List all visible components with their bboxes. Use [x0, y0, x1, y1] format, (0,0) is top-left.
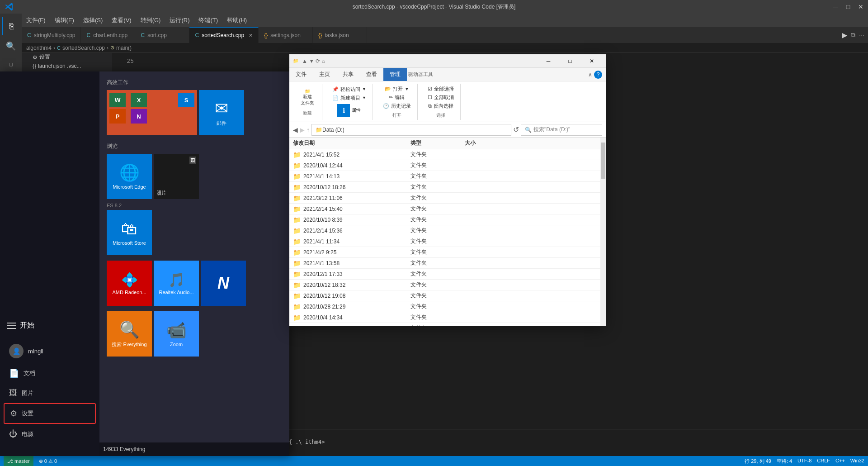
table-row[interactable]: 📁 2020/10/12 19:08 文件夹 — [289, 290, 600, 301]
breadcrumb-part-2[interactable]: C sortedSearch.cpp — [57, 45, 105, 51]
table-row[interactable]: 📁 2021/4/2 9:25 文件夹 — [289, 247, 600, 258]
status-errors[interactable]: ⊗ 0 ⚠ 0 — [39, 458, 57, 464]
status-line-col[interactable]: 行 29, 列 49 — [745, 458, 771, 465]
fe-col-size[interactable]: 大小 — [465, 139, 519, 147]
fe-scrollbar-thumb[interactable] — [601, 143, 605, 179]
fe-help-button[interactable]: ? — [594, 71, 602, 79]
start-nav-documents[interactable]: 📄 文档 — [4, 364, 96, 383]
tab-sortedsearch[interactable]: C sortedSearch.cpp ✕ — [189, 27, 259, 43]
fe-new-folder-btn[interactable]: 📁 新建文件夹 — [297, 87, 318, 108]
menu-edit[interactable]: 编辑(E) — [50, 14, 79, 27]
table-row[interactable]: 📁 2020/12/1 17:33 文件夹 — [289, 269, 600, 280]
tile-store[interactable]: 🛍 Microsoft Store — [107, 210, 152, 255]
fe-tab-view[interactable]: 查看 — [360, 68, 383, 81]
tile-edge[interactable]: 🌐 Microsoft Edge — [107, 154, 152, 199]
fe-search-box[interactable]: 🔍 搜索"Data (D:)" — [521, 124, 602, 136]
more-tabs-button[interactable]: ··· — [859, 32, 864, 39]
table-row[interactable]: 📁 2021/4/1 14:13 文件夹 — [289, 171, 600, 182]
fe-invert-btn[interactable]: ⧉ 反向选择 — [425, 102, 456, 110]
table-row[interactable]: 📁 2021/3/12 11:06 文件夹 — [289, 193, 600, 204]
fe-tab-share[interactable]: 共享 — [336, 68, 360, 81]
table-row[interactable]: 📁 2020/10/12 18:32 文件夹 — [289, 280, 600, 290]
fe-refresh-btn[interactable]: ↺ — [513, 125, 519, 134]
table-row[interactable]: 📁 2020/10/4 14:34 文件夹 — [289, 312, 600, 323]
fe-col-type[interactable]: 类型 — [410, 139, 465, 147]
fe-properties-btn[interactable]: ℹ — [337, 104, 350, 117]
start-nav-settings[interactable]: ⚙ 设置 — [4, 403, 96, 424]
fe-col-date[interactable]: 修改日期 — [293, 139, 410, 147]
fe-forward-btn[interactable]: ▶ — [300, 126, 305, 133]
fe-edit-btn[interactable]: ✏ 编辑 — [386, 93, 407, 102]
search-icon[interactable]: 🔍 — [2, 37, 20, 55]
fe-close-button[interactable]: ✕ — [581, 54, 602, 68]
tile-everything[interactable]: 🔍 搜索 Everything — [107, 311, 152, 357]
tile-mail[interactable]: ✉ 邮件 — [199, 90, 244, 135]
fe-up-btn[interactable]: ↑ — [307, 126, 310, 133]
fe-tab-manage[interactable]: 管理 — [383, 68, 407, 81]
tile-office365[interactable]: W X P N S — [107, 90, 197, 135]
status-platform[interactable]: Win32 — [850, 458, 864, 465]
fe-scrollbar[interactable] — [600, 138, 606, 326]
fe-maximize-button[interactable]: □ — [560, 54, 580, 68]
menu-file[interactable]: 文件(F) — [22, 14, 50, 27]
tab-charlenth[interactable]: C charLenth.cpp — [81, 27, 135, 43]
table-row[interactable]: 📁 2021/4/1 13:58 文件夹 — [289, 258, 600, 269]
status-line-ending[interactable]: CRLF — [817, 458, 830, 465]
run-button[interactable]: ▶ — [842, 31, 847, 39]
split-editor-button[interactable]: ⧉ — [851, 31, 855, 39]
table-row[interactable]: 📁 2021/4/1 15:52 文件夹 — [289, 149, 600, 160]
table-row[interactable]: 📁 2020/10/4 12:44 文件夹 — [289, 160, 600, 171]
start-nav-user[interactable]: 👤 mingli — [4, 339, 96, 363]
close-window-button[interactable]: ✕ — [858, 4, 863, 10]
status-spaces[interactable]: 空格: 4 — [777, 458, 792, 465]
status-language[interactable]: C++ — [835, 458, 845, 465]
explorer-icon[interactable]: ⎘ — [2, 17, 20, 35]
table-row[interactable]: 📁 2020/10/11 12:37 文件夹 — [289, 323, 600, 326]
fe-tab-home[interactable]: 主页 — [313, 68, 336, 81]
fe-select-all-btn[interactable]: ☑ 全部选择 — [425, 85, 457, 93]
menu-run[interactable]: 运行(R) — [165, 14, 194, 27]
explorer-item-settings[interactable]: ⚙ 设置 — [22, 52, 112, 62]
tab-sort[interactable]: C sort.cpp — [135, 27, 189, 43]
menu-terminal[interactable]: 终端(T) — [194, 14, 222, 27]
tab-tasks[interactable]: {} tasks.json — [313, 27, 367, 43]
menu-goto[interactable]: 转到(G) — [136, 14, 165, 27]
fe-collapse-ribbon[interactable]: ∧ — [588, 71, 592, 78]
breadcrumb-part-1[interactable]: algorithm4 — [26, 45, 52, 51]
menu-help[interactable]: 帮助(H) — [222, 14, 251, 27]
fe-history-btn[interactable]: 🕐 历史记录 — [380, 102, 414, 110]
table-row[interactable]: 📁 2021/4/1 11:34 文件夹 — [289, 236, 600, 247]
tile-realtek[interactable]: 🎵 Realtek Audio... — [154, 261, 199, 306]
table-row[interactable]: 📁 2021/2/14 15:36 文件夹 — [289, 225, 600, 236]
maximize-button[interactable]: □ — [845, 4, 851, 10]
start-nav-power[interactable]: ⏻ 电源 — [4, 425, 96, 443]
fe-new-item-btn[interactable]: 📄 新建项目 ▼ — [330, 94, 369, 102]
table-row[interactable]: 📁 2020/10/10 8:39 文件夹 — [289, 214, 600, 225]
fe-tab-drive-tools[interactable]: 驱动器工具 — [407, 71, 433, 78]
fe-easy-access-btn[interactable]: 📌 轻松访问 ▼ — [330, 85, 369, 94]
fe-tab-file[interactable]: 文件 — [289, 68, 313, 81]
table-row[interactable]: 📁 2020/10/28 21:29 文件夹 — [289, 301, 600, 312]
start-menu-toggle[interactable]: 开始 — [0, 315, 99, 336]
start-nav-pictures[interactable]: 🖼 图片 — [4, 384, 96, 402]
breadcrumb-part-3[interactable]: ⊙ main() — [110, 45, 132, 51]
fe-minimize-button[interactable]: ─ — [538, 54, 559, 68]
fe-open-btn[interactable]: 📂 打开 ▼ — [382, 85, 411, 93]
status-branch[interactable]: ⎇ master — [4, 456, 33, 466]
tile-amd[interactable]: 💠 AMD Radeon... — [107, 261, 152, 306]
menu-select[interactable]: 选择(S) — [79, 14, 107, 27]
fe-address-input[interactable]: 📁 Data (D:) — [311, 124, 511, 136]
tab-close-icon[interactable]: ✕ — [249, 33, 253, 38]
tile-zoom[interactable]: 📹 Zoom — [154, 311, 199, 357]
tab-settings[interactable]: {} settings.json — [259, 27, 313, 43]
fe-select-none-btn[interactable]: ☐ 全部取消 — [425, 93, 457, 102]
tile-n-app[interactable]: N — [201, 261, 246, 306]
minimize-button[interactable]: ─ — [833, 4, 838, 10]
fe-back-btn[interactable]: ◀ — [293, 126, 298, 133]
table-row[interactable]: 📁 2021/2/14 15:40 文件夹 — [289, 204, 600, 214]
explorer-item-launch[interactable]: {} launch.json .vsc... — [22, 62, 112, 70]
status-encoding[interactable]: UTF-8 — [797, 458, 811, 465]
table-row[interactable]: 📁 2020/10/12 18:26 文件夹 — [289, 182, 600, 193]
tab-stringmultiply[interactable]: C stringMultiply.cpp — [22, 27, 81, 43]
menu-view[interactable]: 查看(V) — [107, 14, 136, 27]
